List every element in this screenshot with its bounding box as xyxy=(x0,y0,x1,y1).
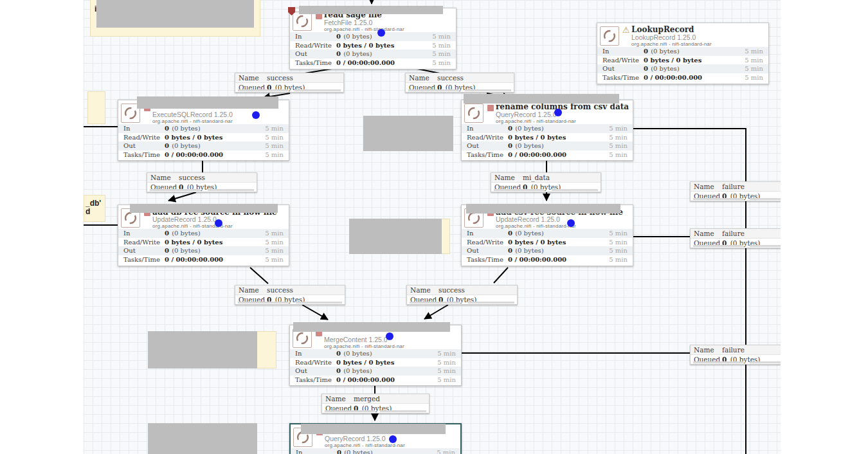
connection-label-success-1[interactable]: Namesuccess Queued0 (0 bytes) xyxy=(235,73,344,93)
stat-label: Out xyxy=(467,142,508,149)
stat-window: 5 min xyxy=(609,256,628,263)
processor-type: MergeContent 1.25.0 xyxy=(324,336,388,343)
redaction-overlay xyxy=(137,96,278,109)
stat-value: 0 (0 bytes) xyxy=(336,50,432,57)
stat-label: Tasks/Time xyxy=(467,151,508,158)
stat-row: Tasks/Time0 / 00:00:00.0005 min xyxy=(597,73,768,82)
stat-row: Read/Write0 bytes / 0 bytes5 min xyxy=(597,56,768,65)
connection-queued-row: Queued0 (0 bytes) xyxy=(147,183,257,192)
connection-label-success-4[interactable]: Namesuccess Queued0 (0 bytes) xyxy=(235,285,345,305)
stat-row: Out0 (0 bytes)5 min xyxy=(462,141,633,150)
stat-row: In0 (0 bytes)5 min xyxy=(290,32,456,41)
stat-value: 0 (0 bytes) xyxy=(508,142,609,149)
stat-value-number: 0 bytes / 0 bytes xyxy=(165,239,222,246)
redaction-overlay xyxy=(293,322,450,332)
processor-updaterecord-db[interactable]: add db rec source in flow file UpdateRec… xyxy=(118,204,289,266)
processor-executesqlrecord[interactable]: ExecuteSQLRecord 1.25.0 org.apache.nifi … xyxy=(118,100,289,161)
stat-label: Out xyxy=(295,367,336,374)
stat-value-detail: (0 bytes) xyxy=(341,350,372,357)
stat-row: Tasks/Time0 / 00:00:00.0005 min xyxy=(118,255,289,264)
processor-fetchfile[interactable]: read sage file FetchFile 1.25.0 org.apac… xyxy=(289,8,457,69)
processor-lookuprecord[interactable]: ⚠ LookupRecord LookupRecord 1.25.0 org.a… xyxy=(597,23,769,84)
stat-value: 0 / 00:00:00.000 xyxy=(165,256,265,263)
stat-label: Tasks/Time xyxy=(295,59,336,66)
connection-label-success-5[interactable]: Namesuccess Queued0 (0 bytes) xyxy=(406,285,518,305)
stat-value-detail: (0 bytes) xyxy=(649,65,680,72)
redaction-overlay xyxy=(349,219,442,254)
connection-label-success-3[interactable]: Namesuccess Queued0 (0 bytes) xyxy=(147,172,257,192)
connection-name-row: Namesuccess xyxy=(406,73,514,83)
stat-value-detail: (0 bytes) xyxy=(513,142,544,149)
stat-window: 5 min xyxy=(609,151,628,158)
stat-window: 5 min xyxy=(437,359,456,366)
connection-name-row: Namesuccess xyxy=(147,173,257,183)
stat-window: 5 min xyxy=(432,59,451,66)
stat-label: Tasks/Time xyxy=(467,256,508,263)
processor-updaterecord-csv[interactable]: add csv rec source in flow file UpdateRe… xyxy=(461,204,633,266)
connection-name-value: failure xyxy=(722,230,745,237)
stat-value-number: 0 xyxy=(336,367,341,374)
connection-name-key: Name xyxy=(694,183,722,190)
connection-label-success-2[interactable]: Namesuccess Queued0 (0 bytes) xyxy=(405,73,514,93)
stat-label: Read/Write xyxy=(123,239,165,246)
stat-label: In xyxy=(295,350,336,357)
processor-stats: In0 (0 bytes)5 min Read/Write0 bytes / 0… xyxy=(462,124,633,159)
stat-value: 0 (0 bytes) xyxy=(508,247,609,254)
processor-mergecontent[interactable]: MergeContent 1.25.0 org.apache.nifi - ni… xyxy=(289,325,462,386)
processor-bundle: org.apache.nifi - nifi-standard-nar xyxy=(496,118,576,124)
stat-window: 5 min xyxy=(265,151,284,158)
redaction-overlay xyxy=(363,116,453,151)
connection-name-key: Name xyxy=(694,346,722,354)
stat-row: Read/Write0 bytes / 0 bytes5 min xyxy=(118,238,289,247)
stat-label: Out xyxy=(295,50,336,57)
stat-label: In xyxy=(467,230,508,237)
stat-label: Out xyxy=(123,247,165,254)
stat-window: 5 min xyxy=(437,449,455,454)
connection-label-mi-data[interactable]: Namemi_data Queued0 (0 bytes) xyxy=(491,172,601,192)
stat-value-number: 0 bytes / 0 bytes xyxy=(336,42,394,49)
stat-value: 0 / 00:00:00.000 xyxy=(644,74,745,81)
stat-row: Out0 (0 bytes)5 min xyxy=(118,141,289,150)
comment-dot xyxy=(554,109,562,116)
processor-stats: In0 (0 bytes)5 min Read/Write0 bytes / 0… xyxy=(118,124,289,159)
processor-name: LookupRecord xyxy=(631,25,694,34)
stat-value-number: 0 / 00:00:00.000 xyxy=(644,74,702,81)
stat-label: Tasks/Time xyxy=(602,74,644,81)
stat-value: 0 / 00:00:00.000 xyxy=(508,151,609,158)
stat-value-number: 0 xyxy=(508,230,512,237)
stat-window: 5 min xyxy=(265,142,284,149)
processor-stats: In0 (0 bytes)5 min Read/Write0 bytes / 0… xyxy=(290,32,456,67)
stat-window: 5 min xyxy=(437,376,456,383)
comment-dot xyxy=(386,332,393,340)
processor-icon xyxy=(464,104,484,123)
stat-window: 5 min xyxy=(609,134,628,141)
stat-value: 0 bytes / 0 bytes xyxy=(508,239,609,246)
processor-type: QueryRecord 1.25.0 xyxy=(496,111,557,118)
connection-name-key: Name xyxy=(239,286,267,294)
connection-name-key: Name xyxy=(325,395,354,403)
stat-value: 0 (0 bytes) xyxy=(644,65,745,72)
connection-queued-row: Queued0 (0 bytes) xyxy=(235,295,345,304)
processor-queryrecord-rename[interactable]: rename columns from csv data QueryRecord… xyxy=(461,100,633,161)
stat-label: Tasks/Time xyxy=(123,256,165,263)
stat-window: 5 min xyxy=(265,239,284,246)
stat-row: In0 (0 bytes)5 min xyxy=(290,349,461,358)
processor-type: QueryRecord 1.25.0 xyxy=(325,435,386,442)
stat-value: 0 (0 bytes) xyxy=(337,449,437,454)
stat-label: Read/Write xyxy=(602,57,644,64)
backpressure-object-bar xyxy=(238,302,288,304)
stat-value-detail: (0 bytes) xyxy=(513,230,544,237)
connection-name-row: Namemi_data xyxy=(491,173,601,183)
stat-row: Read/Write0 bytes / 0 bytes5 min xyxy=(462,133,633,142)
backpressure-size-bar xyxy=(294,89,341,91)
stat-row: Out0 (0 bytes)5 min xyxy=(290,50,456,59)
stat-row: In0 (0 bytes)5 min xyxy=(118,229,289,238)
stat-value: 0 (0 bytes) xyxy=(165,247,265,254)
processor-stats: In0 (0 bytes)5 min Read/Write0 bytes / 0… xyxy=(118,229,289,264)
connection-label-merged[interactable]: Namemerged Queued0 (0 bytes) xyxy=(321,394,429,413)
stat-row: Out0 (0 bytes)5 min xyxy=(290,367,461,376)
stat-window: 5 min xyxy=(265,247,284,254)
stat-value-detail: (0 bytes) xyxy=(341,367,372,374)
stat-value-number: 0 xyxy=(165,142,169,149)
connection-name-value: success xyxy=(439,286,465,294)
